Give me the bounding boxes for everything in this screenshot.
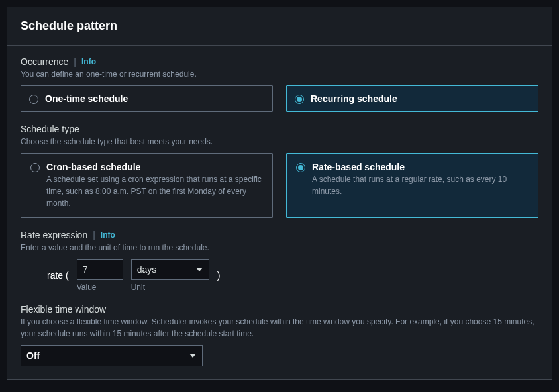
cron-desc: A schedule set using a cron expression t… (46, 173, 263, 209)
schedule-pattern-panel: Schedule pattern Occurrence | Info You c… (7, 7, 552, 380)
flexible-window-helper: If you choose a flexible time window, Sc… (21, 316, 538, 340)
caret-down-icon (196, 268, 203, 271)
recurring-label: Recurring schedule (311, 93, 397, 104)
flexible-window-section: Flexible time window If you choose a fle… (21, 304, 538, 366)
panel-body: Occurrence | Info You can define an one-… (7, 46, 552, 379)
divider: | (93, 230, 95, 240)
flexible-window-value: Off (26, 350, 40, 361)
schedule-type-helper: Choose the schedule type that best meets… (21, 136, 538, 148)
schedule-type-section: Schedule type Choose the schedule type t… (21, 124, 538, 218)
radio-icon (30, 163, 40, 172)
one-time-schedule-option[interactable]: One-time schedule (21, 85, 273, 112)
divider: | (74, 56, 76, 67)
rate-expression-header: Rate expression | Info (21, 230, 538, 240)
rate-unit-value: days (137, 264, 157, 275)
rate-value-input[interactable] (77, 259, 123, 280)
radio-icon (29, 95, 38, 104)
rate-unit-field: days Unit (131, 259, 209, 292)
panel-title: Schedule pattern (21, 19, 538, 33)
rate-unit-select-wrap: days (131, 259, 209, 280)
flexible-window-select-wrap: Off (21, 345, 203, 366)
rate-expression-helper: Enter a value and the unit of time to ru… (21, 242, 538, 254)
schedule-type-options: Cron-based schedule A schedule set using… (21, 153, 538, 218)
radio-icon (295, 95, 304, 104)
cron-label: Cron-based schedule (46, 162, 263, 172)
occurrence-header: Occurrence | Info (21, 56, 538, 67)
rate-expression-info-link[interactable]: Info (101, 230, 115, 240)
recurring-schedule-option[interactable]: Recurring schedule (286, 85, 538, 112)
occurrence-options: One-time schedule Recurring schedule (21, 85, 538, 112)
occurrence-helper: You can define an one-time or recurrent … (21, 68, 538, 80)
rate-label: Rate-based schedule (312, 162, 529, 172)
rate-desc: A schedule that runs at a regular rate, … (312, 173, 529, 197)
panel-header: Schedule pattern (7, 7, 552, 46)
rate-expression-row: rate ( Value days Unit (47, 259, 538, 292)
schedule-type-header: Schedule type (21, 124, 538, 134)
rate-based-option[interactable]: Rate-based schedule A schedule that runs… (286, 153, 538, 218)
schedule-type-title: Schedule type (21, 124, 79, 134)
radio-icon (296, 163, 305, 172)
flexible-window-select[interactable]: Off (21, 345, 203, 366)
cron-content: Cron-based schedule A schedule set using… (46, 162, 263, 209)
rate-content: Rate-based schedule A schedule that runs… (312, 162, 529, 197)
rate-suffix: ) (217, 270, 221, 281)
flexible-window-title: Flexible time window (21, 304, 106, 315)
svg-marker-1 (189, 354, 196, 358)
flexible-window-header: Flexible time window (21, 304, 538, 315)
occurrence-section: Occurrence | Info You can define an one-… (21, 56, 538, 112)
rate-value-label: Value (77, 283, 123, 292)
rate-prefix: rate ( (47, 270, 69, 281)
svg-marker-0 (196, 268, 203, 271)
one-time-label: One-time schedule (45, 93, 128, 104)
rate-expression-title: Rate expression (21, 230, 87, 240)
caret-down-icon (189, 354, 196, 358)
cron-based-option[interactable]: Cron-based schedule A schedule set using… (21, 153, 273, 218)
occurrence-title: Occurrence (21, 56, 68, 67)
occurrence-info-link[interactable]: Info (81, 57, 96, 66)
rate-value-field: Value (77, 259, 123, 292)
rate-unit-label: Unit (131, 283, 209, 292)
rate-expression-section: Rate expression | Info Enter a value and… (21, 230, 538, 292)
